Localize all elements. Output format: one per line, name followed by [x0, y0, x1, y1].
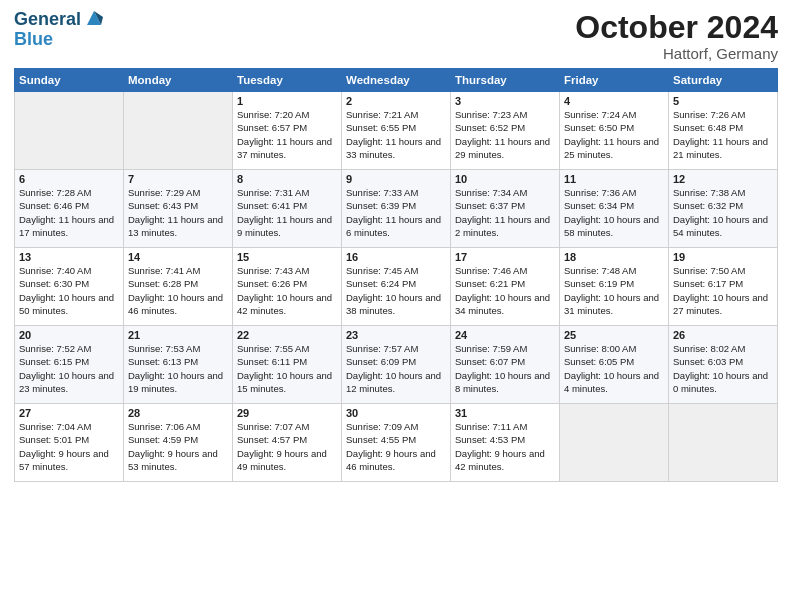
day-info: Sunrise: 7:48 AMSunset: 6:19 PMDaylight:…: [564, 264, 664, 317]
day-info: Sunrise: 8:02 AMSunset: 6:03 PMDaylight:…: [673, 342, 773, 395]
day-number: 9: [346, 173, 446, 185]
day-number: 11: [564, 173, 664, 185]
day-cell: 30Sunrise: 7:09 AMSunset: 4:55 PMDayligh…: [342, 404, 451, 482]
day-cell: 7Sunrise: 7:29 AMSunset: 6:43 PMDaylight…: [124, 170, 233, 248]
day-cell: 11Sunrise: 7:36 AMSunset: 6:34 PMDayligh…: [560, 170, 669, 248]
day-cell: 5Sunrise: 7:26 AMSunset: 6:48 PMDaylight…: [669, 92, 778, 170]
week-row-2: 6Sunrise: 7:28 AMSunset: 6:46 PMDaylight…: [15, 170, 778, 248]
day-cell: 3Sunrise: 7:23 AMSunset: 6:52 PMDaylight…: [451, 92, 560, 170]
day-info: Sunrise: 8:00 AMSunset: 6:05 PMDaylight:…: [564, 342, 664, 395]
day-info: Sunrise: 7:28 AMSunset: 6:46 PMDaylight:…: [19, 186, 119, 239]
day-number: 16: [346, 251, 446, 263]
day-number: 21: [128, 329, 228, 341]
day-number: 30: [346, 407, 446, 419]
day-cell: 27Sunrise: 7:04 AMSunset: 5:01 PMDayligh…: [15, 404, 124, 482]
day-cell: 20Sunrise: 7:52 AMSunset: 6:15 PMDayligh…: [15, 326, 124, 404]
day-number: 31: [455, 407, 555, 419]
day-number: 8: [237, 173, 337, 185]
day-cell: 14Sunrise: 7:41 AMSunset: 6:28 PMDayligh…: [124, 248, 233, 326]
day-number: 22: [237, 329, 337, 341]
col-header-monday: Monday: [124, 69, 233, 92]
logo: General Blue: [14, 10, 105, 50]
day-info: Sunrise: 7:41 AMSunset: 6:28 PMDaylight:…: [128, 264, 228, 317]
col-header-sunday: Sunday: [15, 69, 124, 92]
day-cell: [15, 92, 124, 170]
calendar-table: SundayMondayTuesdayWednesdayThursdayFrid…: [14, 68, 778, 482]
logo-icon: [83, 7, 105, 29]
location: Hattorf, Germany: [575, 45, 778, 62]
col-header-friday: Friday: [560, 69, 669, 92]
day-info: Sunrise: 7:59 AMSunset: 6:07 PMDaylight:…: [455, 342, 555, 395]
day-info: Sunrise: 7:38 AMSunset: 6:32 PMDaylight:…: [673, 186, 773, 239]
day-info: Sunrise: 7:43 AMSunset: 6:26 PMDaylight:…: [237, 264, 337, 317]
day-number: 29: [237, 407, 337, 419]
day-cell: 21Sunrise: 7:53 AMSunset: 6:13 PMDayligh…: [124, 326, 233, 404]
day-cell: 9Sunrise: 7:33 AMSunset: 6:39 PMDaylight…: [342, 170, 451, 248]
day-info: Sunrise: 7:07 AMSunset: 4:57 PMDaylight:…: [237, 420, 337, 473]
day-info: Sunrise: 7:09 AMSunset: 4:55 PMDaylight:…: [346, 420, 446, 473]
day-info: Sunrise: 7:34 AMSunset: 6:37 PMDaylight:…: [455, 186, 555, 239]
week-row-1: 1Sunrise: 7:20 AMSunset: 6:57 PMDaylight…: [15, 92, 778, 170]
col-header-saturday: Saturday: [669, 69, 778, 92]
day-number: 27: [19, 407, 119, 419]
day-cell: 19Sunrise: 7:50 AMSunset: 6:17 PMDayligh…: [669, 248, 778, 326]
day-number: 4: [564, 95, 664, 107]
day-number: 3: [455, 95, 555, 107]
day-number: 13: [19, 251, 119, 263]
day-info: Sunrise: 7:40 AMSunset: 6:30 PMDaylight:…: [19, 264, 119, 317]
day-info: Sunrise: 7:24 AMSunset: 6:50 PMDaylight:…: [564, 108, 664, 161]
day-info: Sunrise: 7:20 AMSunset: 6:57 PMDaylight:…: [237, 108, 337, 161]
day-number: 14: [128, 251, 228, 263]
day-number: 6: [19, 173, 119, 185]
day-cell: 31Sunrise: 7:11 AMSunset: 4:53 PMDayligh…: [451, 404, 560, 482]
day-info: Sunrise: 7:06 AMSunset: 4:59 PMDaylight:…: [128, 420, 228, 473]
day-info: Sunrise: 7:33 AMSunset: 6:39 PMDaylight:…: [346, 186, 446, 239]
day-number: 7: [128, 173, 228, 185]
day-cell: 12Sunrise: 7:38 AMSunset: 6:32 PMDayligh…: [669, 170, 778, 248]
day-number: 19: [673, 251, 773, 263]
logo-text: General: [14, 10, 81, 30]
day-number: 20: [19, 329, 119, 341]
day-cell: 1Sunrise: 7:20 AMSunset: 6:57 PMDaylight…: [233, 92, 342, 170]
day-info: Sunrise: 7:36 AMSunset: 6:34 PMDaylight:…: [564, 186, 664, 239]
month-title: October 2024: [575, 10, 778, 45]
day-number: 2: [346, 95, 446, 107]
day-info: Sunrise: 7:53 AMSunset: 6:13 PMDaylight:…: [128, 342, 228, 395]
day-info: Sunrise: 7:55 AMSunset: 6:11 PMDaylight:…: [237, 342, 337, 395]
day-info: Sunrise: 7:46 AMSunset: 6:21 PMDaylight:…: [455, 264, 555, 317]
day-info: Sunrise: 7:04 AMSunset: 5:01 PMDaylight:…: [19, 420, 119, 473]
day-cell: 13Sunrise: 7:40 AMSunset: 6:30 PMDayligh…: [15, 248, 124, 326]
day-cell: 17Sunrise: 7:46 AMSunset: 6:21 PMDayligh…: [451, 248, 560, 326]
day-cell: [560, 404, 669, 482]
logo-blue: Blue: [14, 29, 53, 49]
day-cell: [124, 92, 233, 170]
day-cell: 2Sunrise: 7:21 AMSunset: 6:55 PMDaylight…: [342, 92, 451, 170]
week-row-4: 20Sunrise: 7:52 AMSunset: 6:15 PMDayligh…: [15, 326, 778, 404]
day-number: 12: [673, 173, 773, 185]
day-number: 24: [455, 329, 555, 341]
day-cell: 15Sunrise: 7:43 AMSunset: 6:26 PMDayligh…: [233, 248, 342, 326]
day-cell: 24Sunrise: 7:59 AMSunset: 6:07 PMDayligh…: [451, 326, 560, 404]
day-info: Sunrise: 7:50 AMSunset: 6:17 PMDaylight:…: [673, 264, 773, 317]
week-row-3: 13Sunrise: 7:40 AMSunset: 6:30 PMDayligh…: [15, 248, 778, 326]
day-number: 1: [237, 95, 337, 107]
day-cell: 23Sunrise: 7:57 AMSunset: 6:09 PMDayligh…: [342, 326, 451, 404]
day-cell: 18Sunrise: 7:48 AMSunset: 6:19 PMDayligh…: [560, 248, 669, 326]
day-cell: [669, 404, 778, 482]
main-container: General Blue October 2024 Hattorf, Germa…: [0, 0, 792, 492]
day-number: 26: [673, 329, 773, 341]
day-cell: 28Sunrise: 7:06 AMSunset: 4:59 PMDayligh…: [124, 404, 233, 482]
day-cell: 29Sunrise: 7:07 AMSunset: 4:57 PMDayligh…: [233, 404, 342, 482]
col-header-tuesday: Tuesday: [233, 69, 342, 92]
day-cell: 4Sunrise: 7:24 AMSunset: 6:50 PMDaylight…: [560, 92, 669, 170]
col-header-thursday: Thursday: [451, 69, 560, 92]
day-info: Sunrise: 7:57 AMSunset: 6:09 PMDaylight:…: [346, 342, 446, 395]
day-info: Sunrise: 7:23 AMSunset: 6:52 PMDaylight:…: [455, 108, 555, 161]
day-number: 17: [455, 251, 555, 263]
day-info: Sunrise: 7:11 AMSunset: 4:53 PMDaylight:…: [455, 420, 555, 473]
day-number: 10: [455, 173, 555, 185]
day-cell: 16Sunrise: 7:45 AMSunset: 6:24 PMDayligh…: [342, 248, 451, 326]
day-number: 28: [128, 407, 228, 419]
title-block: October 2024 Hattorf, Germany: [575, 10, 778, 62]
day-number: 23: [346, 329, 446, 341]
